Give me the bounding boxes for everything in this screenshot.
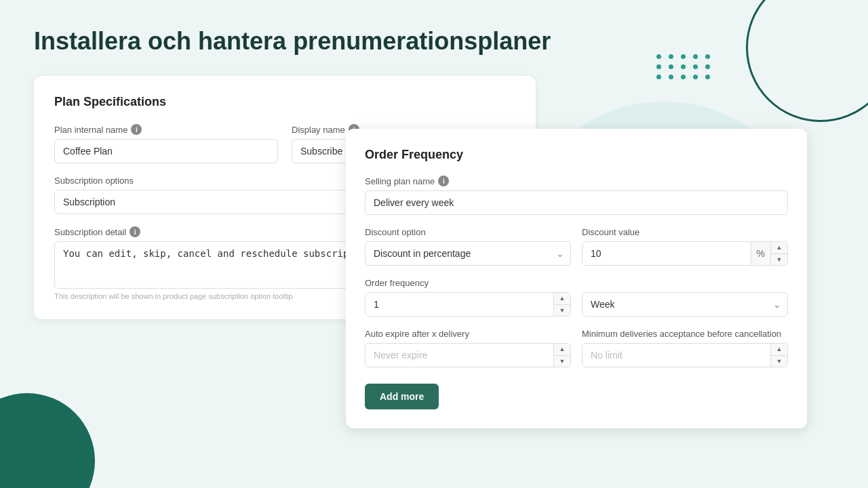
expire-deliveries-row: Auto expire after x delivery ▲ ▼ Minimum… bbox=[365, 329, 788, 367]
internal-name-input[interactable] bbox=[54, 139, 278, 163]
min-deliveries-label: Minimum deliveries acceptance before can… bbox=[582, 329, 788, 339]
min-deliveries-input[interactable] bbox=[583, 344, 770, 367]
add-more-button[interactable]: Add more bbox=[365, 384, 439, 409]
order-frequency-card: Order Frequency Selling plan name i Disc… bbox=[346, 129, 807, 428]
auto-expire-stepper-buttons: ▲ ▼ bbox=[553, 344, 570, 367]
discount-option-select[interactable]: Discount in percentage Fixed amount disc… bbox=[365, 241, 571, 266]
auto-expire-input[interactable] bbox=[366, 344, 553, 367]
discount-option-select-wrapper: Discount in percentage Fixed amount disc… bbox=[365, 241, 571, 266]
decorative-circle-bottom-left bbox=[0, 393, 95, 488]
min-deliveries-decrease-btn[interactable]: ▼ bbox=[771, 356, 787, 367]
discount-unit: % bbox=[751, 242, 770, 265]
plan-spec-title: Plan Specifications bbox=[54, 95, 515, 109]
min-deliveries-group: Minimum deliveries acceptance before can… bbox=[582, 329, 788, 367]
discount-decrease-btn[interactable]: ▼ bbox=[771, 254, 787, 266]
discount-value-input[interactable] bbox=[583, 242, 751, 265]
subscription-detail-info-icon: i bbox=[130, 226, 140, 237]
discount-increase-btn[interactable]: ▲ bbox=[771, 242, 787, 254]
discount-stepper: ▲ ▼ bbox=[770, 242, 787, 265]
order-frequency-label: Order frequency bbox=[365, 278, 571, 288]
internal-name-info-icon: i bbox=[131, 124, 142, 135]
order-frequency-stepper-wrapper: ▲ ▼ bbox=[365, 292, 571, 317]
min-deliveries-increase-btn[interactable]: ▲ bbox=[771, 344, 787, 356]
internal-name-label: Plan internal name i bbox=[54, 124, 278, 135]
min-deliveries-stepper-buttons: ▲ ▼ bbox=[770, 344, 787, 367]
order-frequency-stepper-buttons: ▲ ▼ bbox=[553, 293, 570, 316]
order-frequency-row: Order frequency ▲ ▼ Day Week Month bbox=[365, 278, 788, 317]
discount-value-label: Discount value bbox=[582, 227, 788, 237]
order-period-group: Day Week Month Year bbox=[582, 278, 788, 317]
auto-expire-stepper-wrapper: ▲ ▼ bbox=[365, 343, 571, 367]
auto-expire-decrease-btn[interactable]: ▼ bbox=[554, 356, 570, 367]
order-period-select[interactable]: Day Week Month Year bbox=[582, 292, 788, 317]
order-period-select-wrapper: Day Week Month Year bbox=[582, 292, 788, 317]
order-frequency-group: Order frequency ▲ ▼ bbox=[365, 278, 571, 317]
selling-plan-label: Selling plan name i bbox=[365, 176, 788, 186]
order-freq-increase-btn[interactable]: ▲ bbox=[554, 293, 570, 305]
discount-option-group: Discount option Discount in percentage F… bbox=[365, 227, 571, 266]
auto-expire-increase-btn[interactable]: ▲ bbox=[554, 344, 570, 356]
auto-expire-group: Auto expire after x delivery ▲ ▼ bbox=[365, 329, 571, 367]
order-frequency-input[interactable] bbox=[366, 293, 553, 316]
selling-plan-group: Selling plan name i bbox=[365, 176, 788, 215]
auto-expire-label: Auto expire after x delivery bbox=[365, 329, 571, 339]
discount-row: Discount option Discount in percentage F… bbox=[365, 227, 788, 266]
order-freq-decrease-btn[interactable]: ▼ bbox=[554, 305, 570, 317]
discount-option-label: Discount option bbox=[365, 227, 571, 237]
discount-value-group: Discount value % ▲ ▼ bbox=[582, 227, 788, 266]
order-freq-title: Order Frequency bbox=[365, 148, 788, 162]
order-period-label bbox=[582, 278, 788, 288]
min-deliveries-stepper-wrapper: ▲ ▼ bbox=[582, 343, 788, 367]
selling-plan-input[interactable] bbox=[365, 190, 788, 215]
selling-plan-info-icon: i bbox=[438, 176, 449, 186]
page-title: Installera och hantera prenumerationspla… bbox=[34, 27, 834, 56]
internal-name-group: Plan internal name i bbox=[54, 124, 278, 163]
discount-value-wrapper: % ▲ ▼ bbox=[582, 241, 788, 266]
